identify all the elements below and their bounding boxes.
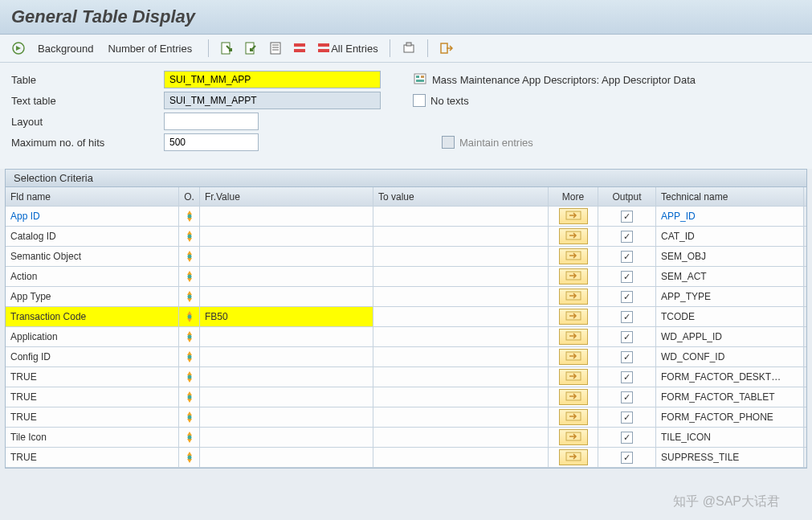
from-value-cell[interactable] <box>200 247 373 266</box>
operator-button[interactable] <box>179 448 200 467</box>
col-tech-header[interactable]: Technical name <box>656 187 804 206</box>
more-button[interactable] <box>559 208 588 224</box>
more-button[interactable] <box>559 309 588 325</box>
output-checkbox[interactable]: ✓ <box>621 351 633 363</box>
output-checkbox[interactable]: ✓ <box>621 432 633 444</box>
operator-button[interactable] <box>179 367 200 387</box>
technical-name-cell[interactable]: SEM_ACT <box>656 267 804 286</box>
exit-button[interactable] <box>436 39 457 57</box>
technical-name-cell[interactable]: TILE_ICON <box>656 428 804 447</box>
from-value-cell[interactable] <box>200 407 373 427</box>
technical-name-cell[interactable]: FORM_FACTOR_TABLET <box>656 387 804 407</box>
col-op-header[interactable]: O. <box>179 187 200 206</box>
fld-name-cell[interactable]: Application <box>6 327 179 346</box>
output-checkbox[interactable]: ✓ <box>621 251 633 263</box>
fld-name-cell[interactable]: Action <box>6 267 179 286</box>
from-value-cell[interactable] <box>200 428 373 447</box>
to-value-cell[interactable] <box>373 347 549 366</box>
more-button[interactable] <box>559 409 588 425</box>
fld-name-cell[interactable]: App ID <box>6 207 179 226</box>
output-checkbox[interactable]: ✓ <box>621 331 633 343</box>
more-button[interactable] <box>559 268 588 285</box>
technical-name-cell[interactable]: SEM_OBJ <box>656 247 804 266</box>
operator-button[interactable] <box>179 287 200 306</box>
technical-name-cell[interactable]: WD_CONF_ID <box>656 347 804 366</box>
max-hits-input[interactable] <box>164 133 259 151</box>
to-value-cell[interactable] <box>373 247 549 266</box>
from-value-cell[interactable] <box>200 227 373 246</box>
col-fld-header[interactable]: Fld name <box>6 187 179 206</box>
more-button[interactable] <box>559 329 588 345</box>
operator-button[interactable] <box>179 207 200 226</box>
from-value-cell[interactable] <box>200 347 373 366</box>
output-checkbox[interactable]: ✓ <box>621 211 633 223</box>
execute-button[interactable] <box>8 39 31 57</box>
more-button[interactable] <box>559 289 588 305</box>
operator-button[interactable] <box>179 267 200 286</box>
fld-name-cell[interactable]: Transaction Code <box>6 307 179 326</box>
output-checkbox[interactable]: ✓ <box>621 411 633 424</box>
more-button[interactable] <box>559 449 588 465</box>
operator-button[interactable] <box>179 227 200 246</box>
operator-button[interactable] <box>179 428 200 447</box>
technical-name-cell[interactable]: FORM_FACTOR_DESKT… <box>656 367 804 387</box>
fld-name-cell[interactable]: Tile Icon <box>6 428 179 447</box>
to-value-cell[interactable] <box>373 428 549 447</box>
col-fr-header[interactable]: Fr.Value <box>200 187 373 206</box>
table-input[interactable] <box>164 71 381 88</box>
from-value-cell[interactable] <box>200 367 373 387</box>
technical-name-cell[interactable]: WD_APPL_ID <box>656 327 804 346</box>
technical-name-cell[interactable]: TCODE <box>656 307 804 326</box>
fld-name-cell[interactable]: TRUE <box>6 407 179 427</box>
more-button[interactable] <box>559 429 588 445</box>
fld-name-cell[interactable]: Config ID <box>6 347 179 366</box>
output-checkbox[interactable]: ✓ <box>621 452 633 464</box>
to-value-cell[interactable] <box>373 367 549 387</box>
layout-input[interactable] <box>164 113 259 130</box>
fld-name-cell[interactable]: TRUE <box>6 387 179 407</box>
to-value-cell[interactable] <box>373 287 549 306</box>
operator-button[interactable] <box>179 407 200 427</box>
technical-name-cell[interactable]: SUPPRESS_TILE <box>656 448 804 467</box>
technical-name-cell[interactable]: CAT_ID <box>656 227 804 246</box>
more-button[interactable] <box>559 349 588 365</box>
to-value-cell[interactable] <box>373 267 549 286</box>
toolbar-icon-3[interactable] <box>265 39 286 57</box>
more-button[interactable] <box>559 389 588 405</box>
number-entries-button[interactable]: Number of Entries <box>104 41 195 56</box>
from-value-cell[interactable]: FB50 <box>200 307 373 326</box>
operator-button[interactable] <box>179 247 200 266</box>
output-checkbox[interactable]: ✓ <box>621 291 633 303</box>
operator-button[interactable] <box>179 387 200 407</box>
operator-button[interactable] <box>179 347 200 366</box>
more-button[interactable] <box>559 248 588 264</box>
from-value-cell[interactable] <box>200 327 373 346</box>
to-value-cell[interactable] <box>373 307 549 326</box>
technical-name-cell[interactable]: FORM_FACTOR_PHONE <box>656 407 804 427</box>
toolbar-icon-5[interactable] <box>398 39 419 57</box>
operator-button[interactable] <box>179 327 200 346</box>
more-button[interactable] <box>559 369 588 385</box>
no-texts-checkbox[interactable] <box>413 94 426 107</box>
fld-name-cell[interactable]: TRUE <box>6 367 179 387</box>
output-checkbox[interactable]: ✓ <box>621 371 633 383</box>
from-value-cell[interactable] <box>200 287 373 306</box>
col-to-header[interactable]: To value <box>373 187 549 206</box>
from-value-cell[interactable] <box>200 267 373 286</box>
to-value-cell[interactable] <box>373 407 549 427</box>
toolbar-icon-1[interactable] <box>217 39 238 57</box>
technical-name-cell[interactable]: APP_ID <box>656 207 804 226</box>
col-more-header[interactable]: More <box>549 187 598 206</box>
to-value-cell[interactable] <box>373 387 549 407</box>
output-checkbox[interactable]: ✓ <box>621 231 633 243</box>
fld-name-cell[interactable]: TRUE <box>6 448 179 467</box>
background-button[interactable]: Background <box>35 41 96 56</box>
output-checkbox[interactable]: ✓ <box>621 391 633 403</box>
from-value-cell[interactable] <box>200 448 373 467</box>
from-value-cell[interactable] <box>200 387 373 407</box>
to-value-cell[interactable] <box>373 227 549 246</box>
col-out-header[interactable]: Output <box>598 187 656 206</box>
fld-name-cell[interactable]: App Type <box>6 287 179 306</box>
operator-button[interactable] <box>179 307 200 326</box>
more-button[interactable] <box>559 228 588 244</box>
